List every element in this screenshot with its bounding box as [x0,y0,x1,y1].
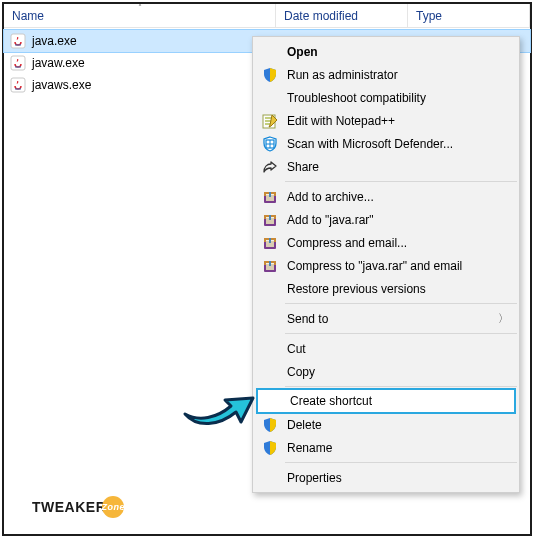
java-icon [10,77,26,93]
menu-item[interactable]: Compress to "java.rar" and email [255,254,517,277]
svg-rect-1 [11,56,25,70]
menu-item-label: Edit with Notepad++ [281,114,395,128]
menu-item-label: Troubleshoot compatibility [281,91,426,105]
menu-item[interactable]: Rename [255,436,517,459]
column-header-type[interactable]: Type [408,4,530,27]
menu-item-label: Copy [281,365,315,379]
svg-rect-8 [269,192,271,197]
menu-item[interactable]: Troubleshoot compatibility [255,86,517,109]
menu-item[interactable]: Edit with Notepad++ [255,109,517,132]
menu-item[interactable]: Open [255,40,517,63]
menu-item[interactable]: Restore previous versions [255,277,517,300]
menu-item-label: Compress to "java.rar" and email [281,259,462,273]
context-menu: Open Run as administratorTroubleshoot co… [252,36,520,493]
menu-item[interactable]: Copy [255,360,517,383]
java-icon [10,55,26,71]
shield-icon [259,67,281,83]
column-label: Type [416,9,442,23]
menu-item-label: Share [281,160,319,174]
menu-separator [285,386,517,387]
menu-item[interactable]: Add to archive... [255,185,517,208]
shield-icon [259,440,281,456]
logo-suffix: Zone [102,496,124,518]
menu-item-label: Create shortcut [284,394,372,408]
column-header-row: ˄ Name Date modified Type [4,4,530,28]
menu-item-label: Scan with Microsoft Defender... [281,137,453,151]
logo-text: TWEAKER [32,499,106,515]
winrar-icon [259,212,281,228]
notepadpp-icon [259,113,281,129]
menu-item-label: Run as administrator [281,68,398,82]
file-name: java.exe [32,34,77,48]
svg-rect-2 [11,78,25,92]
menu-separator [285,333,517,334]
share-icon [259,159,281,175]
svg-rect-12 [269,215,271,220]
menu-item[interactable]: Create shortcut [258,390,514,412]
menu-item-label: Compress and email... [281,236,407,250]
file-name: javaw.exe [32,56,85,70]
menu-item[interactable]: Delete [255,413,517,436]
menu-item-label: Add to archive... [281,190,374,204]
menu-item[interactable]: Share [255,155,517,178]
winrar-icon [259,189,281,205]
menu-separator [285,181,517,182]
column-header-name[interactable]: ˄ Name [4,4,276,27]
menu-item[interactable]: Scan with Microsoft Defender... [255,132,517,155]
menu-item-label: Cut [281,342,306,356]
winrar-icon [259,258,281,274]
column-label: Name [12,9,44,23]
svg-rect-16 [269,238,271,243]
menu-item-label: Open [281,45,318,59]
tweakerzone-logo: TWEAKER Zone [32,496,124,518]
menu-item-label: Send to [281,312,328,326]
sort-ascending-icon: ˄ [138,3,142,12]
column-header-date[interactable]: Date modified [276,4,408,27]
menu-item-label: Delete [281,418,322,432]
menu-item[interactable]: Cut [255,337,517,360]
shield-icon [259,417,281,433]
java-icon [10,33,26,49]
menu-item-label: Properties [281,471,342,485]
menu-item[interactable]: Run as administrator [255,63,517,86]
menu-separator [285,303,517,304]
svg-rect-20 [269,261,271,266]
menu-item-label: Add to "java.rar" [281,213,374,227]
column-label: Date modified [284,9,358,23]
menu-item[interactable]: Properties [255,466,517,489]
winrar-icon [259,235,281,251]
menu-item[interactable]: Add to "java.rar" [255,208,517,231]
menu-item[interactable]: Send to〉 [255,307,517,330]
defender-icon [259,136,281,152]
menu-item[interactable]: Compress and email... [255,231,517,254]
explorer-window: ˄ Name Date modified Type java.exe javaw… [2,2,532,536]
menu-item-label: Rename [281,441,332,455]
file-name: javaws.exe [32,78,91,92]
menu-item-label: Restore previous versions [281,282,426,296]
menu-separator [285,462,517,463]
annotation-arrow-icon [181,384,257,426]
svg-rect-0 [11,34,25,48]
chevron-right-icon: 〉 [498,311,509,326]
